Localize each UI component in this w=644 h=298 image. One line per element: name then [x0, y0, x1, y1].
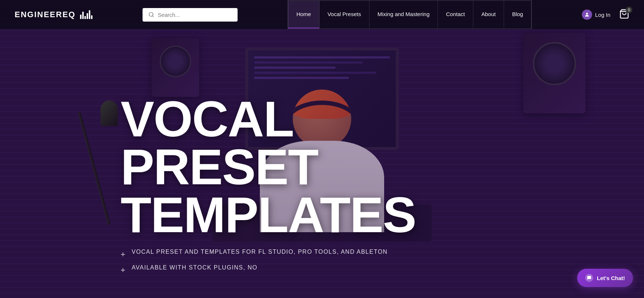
hero-title-line1: VOCAL	[121, 95, 416, 143]
cart-button[interactable]: 0	[619, 9, 629, 20]
plus-icon-2: +	[121, 264, 126, 276]
hero-features-list: + VOCAL PRESET AND TEMPLATES FOR FL STUD…	[121, 248, 416, 276]
nav-item-vocal-presets[interactable]: Vocal Presets	[319, 1, 370, 29]
hero-section: VOCAL PRESET TEMPLATES + VOCAL PRESET AN…	[0, 0, 644, 298]
monitor-bar-5	[254, 77, 349, 79]
chat-label: Let's Chat!	[597, 275, 625, 281]
studio-monitor-right	[523, 33, 586, 113]
user-avatar-icon	[582, 10, 592, 20]
nav-item-contact[interactable]: Contact	[438, 1, 473, 29]
monitor-bar-1	[254, 56, 390, 59]
monitor-bar-2	[254, 61, 363, 64]
cart-count: 0	[626, 7, 632, 13]
chat-button[interactable]: Let's Chat!	[577, 269, 633, 287]
microphone-head	[101, 101, 118, 126]
equalizer-icon	[80, 10, 92, 19]
microphone-stand	[108, 108, 111, 225]
nav-item-home[interactable]: Home	[288, 1, 319, 29]
search-icon	[148, 12, 154, 18]
login-label: Log In	[595, 12, 610, 18]
svg-point-2	[586, 13, 588, 15]
nav-item-about[interactable]: About	[473, 1, 504, 29]
monitor-bar-4	[254, 72, 376, 74]
feature-text-2: AVAILABLE WITH STOCK PLUGINS, NO	[132, 263, 257, 272]
plus-icon-1: +	[121, 248, 126, 260]
feature-item-2: + AVAILABLE WITH STOCK PLUGINS, NO	[121, 263, 416, 276]
hero-content: VOCAL PRESET TEMPLATES + VOCAL PRESET AN…	[121, 95, 416, 276]
login-button[interactable]: Log In	[582, 10, 610, 20]
chat-icon	[585, 274, 593, 282]
nav-item-blog[interactable]: Blog	[504, 1, 531, 29]
svg-line-1	[152, 16, 154, 17]
nav-item-mixing-mastering[interactable]: Mixing and Mastering	[370, 1, 438, 29]
hero-title-line2: PRESET	[121, 143, 416, 191]
main-nav: Home Vocal Presets Mixing and Mastering …	[288, 0, 532, 29]
feature-text-1: VOCAL PRESET AND TEMPLATES FOR FL STUDIO…	[132, 248, 387, 256]
header: ENGINEEREQ Home Vocal Presets Mixing and…	[0, 0, 644, 29]
feature-item-1: + VOCAL PRESET AND TEMPLATES FOR FL STUD…	[121, 248, 416, 260]
search-box[interactable]	[143, 8, 238, 22]
hero-title: VOCAL PRESET TEMPLATES	[121, 95, 416, 239]
search-input[interactable]	[158, 12, 232, 18]
studio-monitor-left	[152, 38, 199, 97]
header-right: Log In 0	[582, 9, 629, 20]
hero-title-line3: TEMPLATES	[121, 191, 416, 239]
logo-text: ENGINEEREQ	[15, 10, 76, 19]
logo[interactable]: ENGINEEREQ	[15, 10, 92, 19]
monitor-bar-3	[254, 67, 336, 69]
